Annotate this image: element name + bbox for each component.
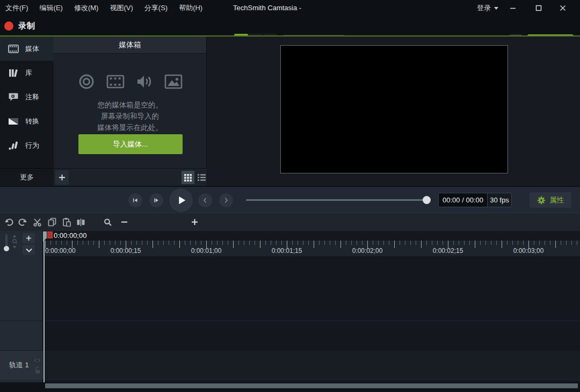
menu-view[interactable]: 视图(V): [110, 3, 133, 13]
minimize-button[interactable]: [502, 0, 524, 16]
media-bin-empty-text: 您的媒体箱是空的。 屏幕录制和导入的 媒体将显示在此处。: [54, 99, 206, 133]
list-view-button[interactable]: [195, 171, 208, 184]
sidebar-more-button[interactable]: 更多: [0, 168, 54, 186]
ruler-label: 0:00:02;00: [352, 247, 383, 255]
play-icon: [175, 194, 187, 206]
maximize-button[interactable]: [528, 0, 549, 16]
minimize-icon: [510, 5, 516, 11]
canvas-area: [207, 37, 580, 186]
properties-button[interactable]: 属性: [530, 192, 571, 208]
empty-text-line: 您的媒体箱是空的。: [54, 99, 206, 111]
menu-modify[interactable]: 修改(M): [74, 3, 99, 13]
timeline-zoom-button[interactable]: [101, 215, 114, 229]
library-books-icon: [8, 68, 19, 78]
sidebar-item-annotations[interactable]: 注释: [0, 85, 54, 109]
plus-icon: [26, 235, 32, 241]
import-media-button[interactable]: 导入媒体...: [78, 134, 183, 154]
menu-share[interactable]: 分享(S): [144, 3, 168, 13]
ruler-label: 0:00:00;00: [45, 247, 76, 255]
ruler-label: 0:00:03;00: [513, 247, 544, 255]
next-button[interactable]: [219, 193, 233, 207]
behaviors-icon: [8, 140, 19, 151]
sidebar-item-label: 注释: [25, 92, 39, 102]
copy-button[interactable]: [45, 215, 59, 229]
grid-view-button[interactable]: [182, 171, 194, 184]
cut-button[interactable]: [31, 215, 44, 229]
audio-icon: [136, 73, 153, 90]
media-bin-footer: [54, 168, 207, 186]
sidebar-item-behaviors[interactable]: 行为: [0, 133, 54, 157]
chevron-left-icon: [202, 197, 208, 204]
timeline-ruler[interactable]: 0:00:00;00 0:00:00;15 0:00:01;00 0:00:01…: [43, 241, 580, 256]
import-media-label: 导入媒体...: [113, 140, 148, 149]
header-divider: [0, 321, 43, 321]
magnifier-icon: [104, 218, 112, 227]
sidebar-item-label: 转换: [25, 117, 39, 126]
collapse-tracks-button[interactable]: [23, 245, 35, 255]
close-button[interactable]: [552, 0, 574, 16]
empty-text-line: 屏幕录制和导入的: [54, 111, 206, 122]
menu-help[interactable]: 帮助(H): [179, 3, 202, 13]
previous-button[interactable]: [198, 193, 212, 207]
undo-button[interactable]: [2, 215, 16, 229]
record-label: 录制: [18, 21, 35, 31]
play-button[interactable]: [169, 188, 193, 212]
sidebar-more-label: 更多: [20, 172, 34, 182]
step-back-button[interactable]: [128, 193, 142, 207]
chevron-right-icon: [223, 197, 229, 204]
seek-slider-knob[interactable]: [423, 196, 431, 204]
menu-bar: 文件(F) 编辑(E) 修改(M) 视图(V) 分享(S) 帮助(H): [5, 0, 202, 16]
main-content: 媒体 库 注释: [0, 37, 580, 186]
titlebar: 文件(F) 编辑(E) 修改(M) 视图(V) 分享(S) 帮助(H) Tech…: [0, 0, 580, 16]
redo-button[interactable]: [16, 215, 30, 229]
list-view-icon: [198, 174, 206, 181]
paste-button[interactable]: [60, 215, 73, 229]
playback-bar: 00:00 / 00:00 30 fps 属性: [0, 186, 580, 213]
menu-file[interactable]: 文件(F): [5, 3, 28, 13]
preview-canvas: [280, 45, 508, 173]
login-label: 登录: [477, 3, 491, 13]
close-icon: [560, 5, 566, 11]
menu-edit[interactable]: 编辑(E): [40, 3, 63, 13]
split-icon: [76, 218, 85, 227]
record-circle-icon: [78, 73, 95, 90]
chevron-down-icon: [26, 248, 32, 252]
track-lock-icon[interactable]: [34, 366, 41, 374]
record-button[interactable]: 录制: [4, 16, 35, 35]
ruler-label: 0:00:01;00: [191, 247, 222, 255]
chevron-down-icon: [494, 7, 498, 10]
login-button[interactable]: 登录: [477, 0, 498, 16]
sidebar-item-label: 库: [25, 68, 32, 78]
lane-divider: [44, 380, 580, 380]
horizontal-scrollbar[interactable]: [45, 383, 578, 388]
plus-icon: [191, 219, 198, 226]
zoom-in-button[interactable]: [188, 215, 201, 229]
track1-lane[interactable]: [44, 351, 580, 380]
playhead-line[interactable]: [44, 241, 45, 382]
properties-label: 属性: [549, 195, 564, 205]
ruler-label: 0:00:00;15: [111, 247, 141, 255]
add-track-button[interactable]: [23, 233, 35, 243]
split-button[interactable]: [74, 215, 88, 229]
step-forward-button[interactable]: [149, 193, 163, 207]
current-time-display: 00:00 / 00:00: [439, 193, 487, 207]
seek-slider-track[interactable]: [246, 199, 429, 201]
media-bin-empty-icons: [54, 73, 206, 90]
filmstrip-icon: [8, 45, 19, 53]
sidebar-item-media[interactable]: 媒体: [0, 37, 54, 61]
ruler-label: 0:00:01;15: [272, 247, 302, 255]
zoom-out-button[interactable]: [118, 215, 131, 229]
track-visibility-icon[interactable]: [33, 358, 41, 363]
camtasia-window: 文件(F) 编辑(E) 修改(M) 视图(V) 分享(S) 帮助(H) Tech…: [0, 0, 580, 392]
copy-icon: [48, 217, 56, 227]
track-height-zoom-icon: [11, 234, 18, 249]
sidebar-item-library[interactable]: 库: [0, 61, 54, 85]
track1-header[interactable]: 轨道 1: [0, 351, 43, 380]
sidebar-item-label: 媒体: [25, 44, 39, 54]
plus-icon: [59, 174, 66, 181]
track-height-slider-knob[interactable]: [4, 246, 9, 251]
add-media-button[interactable]: [55, 170, 69, 185]
track-header-column: 轨道 1: [0, 231, 43, 382]
sidebar-item-transitions[interactable]: 转换: [0, 109, 54, 133]
fps-display: 30 fps: [487, 193, 511, 207]
